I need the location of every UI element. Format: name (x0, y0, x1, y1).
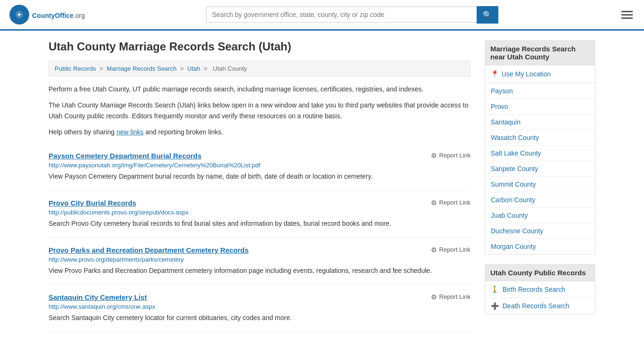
menu-line (621, 14, 633, 16)
location-label: Use My Location (502, 70, 551, 78)
page-title: Utah County Marriage Records Search (Uta… (49, 40, 471, 53)
search-input[interactable] (206, 7, 477, 23)
sidebar-item-juab[interactable]: Juab County (485, 208, 595, 223)
search-area: 🔍 (206, 6, 498, 24)
sidebar-link-birth-records[interactable]: 🚶 Birth Records Search (485, 281, 595, 297)
report-label: Report Link (439, 199, 471, 206)
report-label: Report Link (439, 246, 471, 253)
death-records-icon: ➕ (491, 302, 499, 310)
report-label: Report Link (439, 152, 471, 159)
breadcrumb-utah-county: Utah County (213, 65, 247, 72)
sidebar-item-santaquin[interactable]: Santaquin (485, 115, 595, 130)
sidebar-nearby-section: Marriage Records Search near Utah County… (485, 40, 595, 255)
records-list: Payson Cemetery Department Burial Record… (49, 143, 471, 332)
breadcrumb-public-records[interactable]: Public Records (55, 65, 96, 72)
breadcrumb-marriage-records[interactable]: Marriage Records Search (107, 65, 176, 72)
breadcrumb: Public Records > Marriage Records Search… (49, 61, 471, 76)
report-icon: ⚙ (431, 152, 437, 159)
description-3: Help others by sharing new links and rep… (49, 127, 471, 137)
record-item: Provo Parks and Recreation Department Ce… (49, 238, 471, 285)
report-link-button[interactable]: ⚙ Report Link (431, 152, 471, 159)
record-url[interactable]: http://www.provo.org/departments/parks/c… (49, 256, 471, 263)
record-description: Search Provo City cemetery burial record… (49, 219, 471, 229)
search-button[interactable]: 🔍 (477, 6, 498, 24)
sidebar-item-sanpete[interactable]: Sanpete County (485, 161, 595, 177)
record-url[interactable]: http://www.paysonutah.org/img/File/Cemet… (49, 162, 471, 169)
report-icon: ⚙ (431, 293, 437, 301)
sidebar-link-carbon[interactable]: Carbon County (485, 192, 595, 207)
new-links-link[interactable]: new links (116, 128, 144, 136)
sidebar-link-morgan[interactable]: Morgan County (485, 239, 595, 254)
sidebar-death-records[interactable]: ➕ Death Records Search (485, 298, 595, 314)
sidebar-location-item[interactable]: 📍 Use My Location (485, 66, 595, 83)
sidebar-item-provo[interactable]: Provo (485, 99, 595, 115)
sidebar-public-records-header: Utah County Public Records (485, 264, 595, 281)
search-icon: 🔍 (483, 11, 492, 19)
record-description: Search Santaquin City cemetery locator f… (49, 313, 471, 323)
report-link-button[interactable]: ⚙ Report Link (431, 293, 471, 301)
record-description: View Provo Parks and Recreation Departme… (49, 266, 471, 276)
sidebar-link-summit[interactable]: Summit County (485, 177, 595, 192)
location-pin-icon: 📍 (491, 70, 499, 78)
sidebar-nearby-list: 📍 Use My Location Payson Provo Santaquin… (485, 66, 595, 255)
sidebar-birth-records[interactable]: 🚶 Birth Records Search (485, 281, 595, 298)
report-icon: ⚙ (431, 246, 437, 254)
logo-text: CountyOffice.org (32, 9, 85, 20)
description-2: The Utah County Marriage Records Search … (49, 100, 471, 121)
record-item: Santaquin City Cemetery List ⚙ Report Li… (49, 285, 471, 332)
record-title[interactable]: Provo Parks and Recreation Department Ce… (49, 246, 248, 254)
record-url[interactable]: http://www.santaquin.org/cms/one.aspx (49, 303, 471, 310)
svg-text:✦: ✦ (17, 11, 22, 18)
sidebar-item-carbon[interactable]: Carbon County (485, 192, 595, 208)
record-url[interactable]: http://publicdocuments.provo.org/sirepub… (49, 209, 471, 216)
record-title[interactable]: Provo City Burial Records (49, 199, 136, 207)
sidebar-link-death-records[interactable]: ➕ Death Records Search (485, 298, 595, 314)
sidebar-nearby-header: Marriage Records Search near Utah County (485, 40, 595, 66)
record-title[interactable]: Santaquin City Cemetery List (49, 293, 147, 301)
sidebar-item-salt-lake[interactable]: Salt Lake County (485, 146, 595, 161)
record-description: View Payson Cemetery Department burial r… (49, 172, 471, 181)
sidebar-link-payson[interactable]: Payson (485, 83, 595, 99)
description-1: Perform a free Utah County, UT public ma… (49, 84, 471, 94)
birth-records-icon: 🚶 (491, 286, 499, 293)
sidebar-link-salt-lake[interactable]: Salt Lake County (485, 146, 595, 161)
sidebar-link-provo[interactable]: Provo (485, 99, 595, 114)
sidebar-link-sanpete[interactable]: Sanpete County (485, 161, 595, 176)
report-link-button[interactable]: ⚙ Report Link (431, 246, 471, 254)
sidebar-item-payson[interactable]: Payson (485, 83, 595, 99)
record-item: Payson Cemetery Department Burial Record… (49, 143, 471, 190)
sidebar: Marriage Records Search near Utah County… (485, 40, 595, 332)
sidebar-link-wasatch[interactable]: Wasatch County (485, 130, 595, 145)
logo-icon: ✦ (9, 5, 29, 25)
record-item: Provo City Burial Records ⚙ Report Link … (49, 190, 471, 238)
record-title[interactable]: Payson Cemetery Department Burial Record… (49, 152, 201, 160)
birth-records-label: Birth Records Search (503, 286, 565, 293)
sidebar-item-duchesne[interactable]: Duchesne County (485, 223, 595, 239)
use-my-location[interactable]: 📍 Use My Location (485, 66, 595, 83)
sidebar-link-santaquin[interactable]: Santaquin (485, 115, 595, 130)
menu-button[interactable] (619, 9, 635, 21)
logo-area: ✦ CountyOffice.org (9, 5, 85, 25)
sidebar-records-list: 🚶 Birth Records Search ➕ Death Records S… (485, 281, 595, 314)
report-icon: ⚙ (431, 199, 437, 206)
sidebar-item-morgan[interactable]: Morgan County (485, 239, 595, 254)
content-area: Utah County Marriage Records Search (Uta… (49, 40, 471, 332)
report-label: Report Link (439, 293, 471, 300)
sidebar-link-duchesne[interactable]: Duchesne County (485, 223, 595, 239)
breadcrumb-utah[interactable]: Utah (187, 65, 200, 72)
main-container: Utah County Marriage Records Search (Uta… (39, 31, 605, 341)
sidebar-item-summit[interactable]: Summit County (485, 177, 595, 192)
death-records-label: Death Records Search (503, 302, 570, 310)
sidebar-link-juab[interactable]: Juab County (485, 208, 595, 223)
menu-line (621, 11, 633, 12)
site-header: ✦ CountyOffice.org 🔍 (0, 0, 644, 31)
menu-line (621, 17, 633, 19)
sidebar-public-records-section: Utah County Public Records 🚶 Birth Recor… (485, 264, 595, 314)
sidebar-item-wasatch[interactable]: Wasatch County (485, 130, 595, 146)
report-link-button[interactable]: ⚙ Report Link (431, 199, 471, 206)
